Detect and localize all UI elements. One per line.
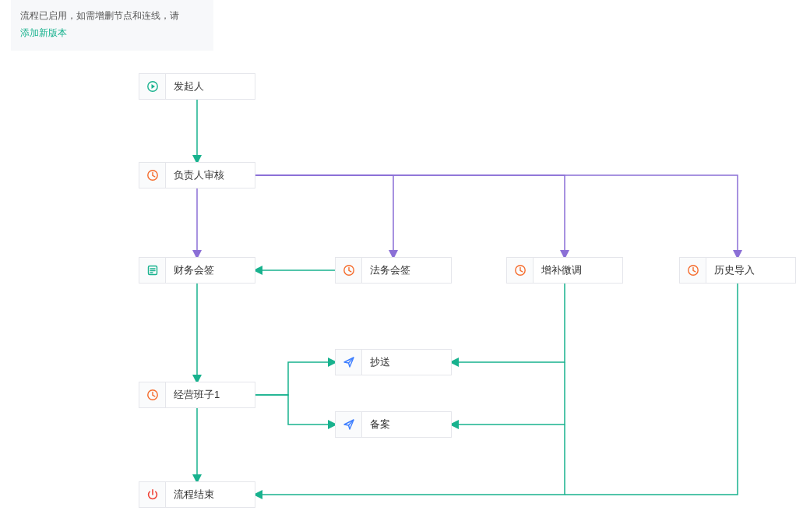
clock-icon bbox=[146, 169, 159, 181]
node-finance[interactable]: 财务会签 bbox=[139, 257, 255, 284]
node-label: 增补微调 bbox=[534, 263, 582, 277]
sheet-icon bbox=[146, 264, 159, 277]
clock-icon bbox=[146, 389, 159, 401]
node-label: 法务会签 bbox=[362, 263, 410, 277]
node-label: 财务会签 bbox=[166, 263, 214, 277]
node-label: 经营班子1 bbox=[166, 388, 220, 402]
node-supply[interactable]: 增补微调 bbox=[506, 257, 623, 284]
node-history[interactable]: 历史导入 bbox=[679, 257, 796, 284]
node-label: 流程结束 bbox=[166, 488, 214, 502]
clock-icon-slot bbox=[507, 258, 534, 283]
send-icon bbox=[343, 418, 355, 431]
node-cc[interactable]: 抄送 bbox=[335, 349, 452, 375]
sheet-icon-slot bbox=[139, 258, 166, 283]
node-end[interactable]: 流程结束 bbox=[139, 481, 255, 508]
node-manage[interactable]: 经营班子1 bbox=[139, 382, 255, 408]
node-label: 备案 bbox=[362, 417, 390, 432]
clock-icon bbox=[343, 264, 355, 277]
node-label: 抄送 bbox=[362, 355, 390, 369]
node-legal[interactable]: 法务会签 bbox=[335, 257, 452, 284]
play-icon bbox=[146, 80, 159, 93]
clock-icon-slot bbox=[680, 258, 706, 283]
node-label: 历史导入 bbox=[706, 263, 755, 277]
send-icon-slot bbox=[336, 350, 362, 375]
power-icon bbox=[146, 488, 159, 501]
clock-icon-slot bbox=[139, 163, 166, 188]
node-start[interactable]: 发起人 bbox=[139, 73, 255, 100]
node-review[interactable]: 负责人审核 bbox=[139, 162, 255, 188]
clock-icon-slot bbox=[336, 258, 362, 283]
node-file[interactable]: 备案 bbox=[335, 411, 452, 438]
send-icon bbox=[343, 356, 355, 368]
nodes-layer: 发起人 负责人审核 财务会签 法务会签 增补微调 历史导入 经营班子1 抄送 备… bbox=[0, 0, 803, 532]
play-icon-slot bbox=[139, 74, 166, 99]
power-icon-slot bbox=[139, 482, 166, 507]
node-label: 负责人审核 bbox=[166, 168, 224, 182]
clock-icon bbox=[687, 264, 699, 277]
clock-icon bbox=[514, 264, 527, 277]
clock-icon-slot bbox=[139, 382, 166, 407]
send-icon-slot bbox=[336, 412, 362, 437]
node-label: 发起人 bbox=[166, 79, 204, 93]
